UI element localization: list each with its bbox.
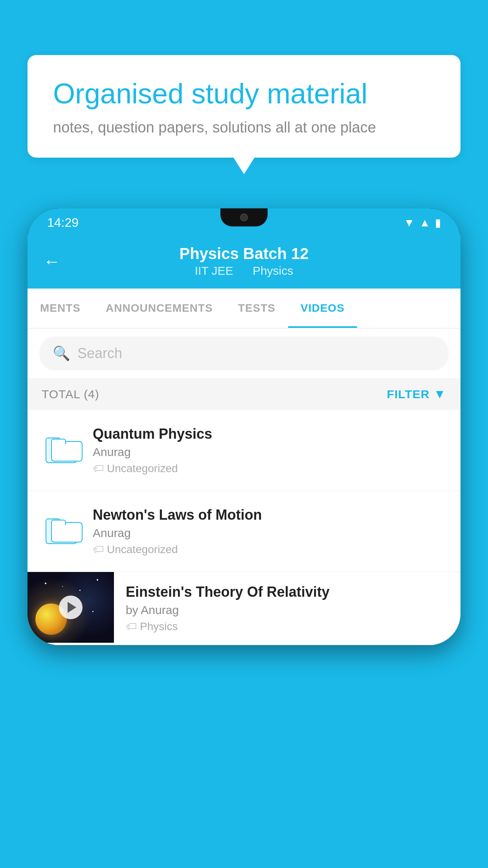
status-icons: ▼ ▲ ▮ bbox=[404, 216, 441, 229]
status-time: 14:29 bbox=[47, 215, 79, 230]
camera bbox=[240, 213, 248, 221]
list-item-thumbnail[interactable]: Einstein's Theory Of Relativity by Anura… bbox=[28, 572, 460, 645]
filter-label: FILTER bbox=[387, 388, 430, 401]
filter-row: TOTAL (4) FILTER ▼ bbox=[28, 378, 460, 410]
status-bar: 14:29 ▼ ▲ ▮ bbox=[28, 208, 460, 235]
filter-icon: ▼ bbox=[433, 387, 446, 401]
item-author: Anurag bbox=[93, 526, 446, 540]
star bbox=[79, 590, 81, 591]
search-container: 🔍 Search bbox=[28, 329, 460, 378]
phone-notch bbox=[220, 208, 268, 226]
item-icon-area bbox=[42, 519, 81, 544]
header-subtitle-part1: IIT JEE bbox=[195, 264, 233, 277]
tag-label: Physics bbox=[140, 620, 178, 633]
item-title: Newton's Laws of Motion bbox=[93, 507, 446, 523]
tab-videos[interactable]: VIDEOS bbox=[288, 289, 357, 328]
tag-label: Uncategorized bbox=[107, 462, 178, 475]
battery-icon: ▮ bbox=[435, 216, 441, 229]
item-tag: 🏷 Uncategorized bbox=[93, 543, 446, 556]
play-triangle bbox=[68, 602, 76, 613]
tag-label: Uncategorized bbox=[107, 543, 178, 556]
tab-tests[interactable]: TESTS bbox=[226, 289, 288, 328]
header-title-block: Physics Batch 12 IIT JEE Physics bbox=[179, 245, 308, 278]
speech-bubble-subtext: notes, question papers, solutions all at… bbox=[53, 119, 435, 136]
video-author: by Anurag bbox=[126, 603, 446, 617]
tag-icon: 🏷 bbox=[93, 543, 104, 556]
tabs-container: MENTS ANNOUNCEMENTS TESTS VIDEOS bbox=[28, 289, 460, 329]
item-title: Quantum Physics bbox=[93, 426, 446, 442]
star bbox=[62, 586, 63, 587]
star bbox=[45, 583, 46, 584]
phone-device: 14:29 ▼ ▲ ▮ ← Physics Batch 12 IIT JEE bbox=[28, 208, 460, 645]
item-tag: 🏷 Uncategorized bbox=[93, 462, 446, 475]
list-item[interactable]: Quantum Physics Anurag 🏷 Uncategorized bbox=[28, 410, 460, 491]
tag-icon: 🏷 bbox=[126, 620, 137, 633]
header-subtitle-part2: Physics bbox=[253, 264, 293, 277]
search-placeholder: Search bbox=[77, 345, 122, 362]
search-bar[interactable]: 🔍 Search bbox=[39, 337, 449, 370]
list-item[interactable]: Newton's Laws of Motion Anurag 🏷 Uncateg… bbox=[28, 491, 460, 572]
video-title: Einstein's Theory Of Relativity bbox=[126, 584, 446, 600]
item-icon-area bbox=[42, 438, 81, 463]
app-header: ← Physics Batch 12 IIT JEE Physics bbox=[28, 235, 460, 289]
item-author: Anurag bbox=[93, 445, 446, 459]
tab-ments[interactable]: MENTS bbox=[28, 289, 93, 328]
item-info: Quantum Physics Anurag 🏷 Uncategorized bbox=[93, 426, 446, 475]
folder-icon bbox=[46, 438, 77, 463]
star bbox=[97, 579, 98, 581]
phone-screen: ← Physics Batch 12 IIT JEE Physics MENTS… bbox=[28, 235, 460, 645]
speech-bubble-heading: Organised study material bbox=[53, 77, 435, 110]
phone-wrapper: 14:29 ▼ ▲ ▮ ← Physics Batch 12 IIT JEE bbox=[28, 208, 460, 868]
wifi-icon: ▼ bbox=[404, 217, 415, 229]
signal-icon: ▲ bbox=[419, 217, 430, 229]
thumbnail-area bbox=[28, 572, 114, 643]
tab-announcements[interactable]: ANNOUNCEMENTS bbox=[93, 289, 226, 328]
total-count: TOTAL (4) bbox=[42, 388, 99, 401]
header-subtitle: IIT JEE Physics bbox=[179, 264, 308, 278]
star bbox=[92, 611, 94, 612]
video-tag: 🏷 Physics bbox=[126, 620, 446, 633]
speech-bubble: Organised study material notes, question… bbox=[28, 55, 460, 158]
search-icon: 🔍 bbox=[53, 345, 70, 362]
item-info: Newton's Laws of Motion Anurag 🏷 Uncateg… bbox=[93, 507, 446, 556]
header-title: Physics Batch 12 bbox=[179, 245, 308, 263]
back-button[interactable]: ← bbox=[43, 252, 61, 271]
thumbnail-info: Einstein's Theory Of Relativity by Anura… bbox=[126, 572, 446, 645]
play-button[interactable] bbox=[59, 596, 83, 619]
tag-icon: 🏷 bbox=[93, 462, 104, 475]
speech-bubble-container: Organised study material notes, question… bbox=[28, 55, 460, 158]
content-list: Quantum Physics Anurag 🏷 Uncategorized bbox=[28, 410, 460, 645]
folder-icon bbox=[46, 519, 77, 544]
filter-button[interactable]: FILTER ▼ bbox=[387, 387, 446, 401]
